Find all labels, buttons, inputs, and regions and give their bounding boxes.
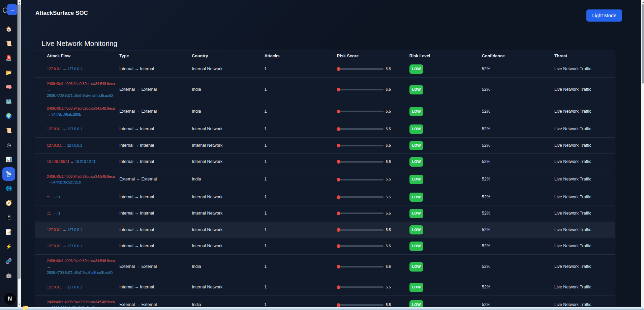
sidebar-item-bar-chart[interactable]: 📊 xyxy=(0,155,18,164)
risk-score-bar xyxy=(337,128,384,130)
risk-level-badge: LOW xyxy=(409,242,424,251)
attack-flow-cell: 127.0.0.1 → 127.0.0.1 xyxy=(35,121,108,138)
table-row[interactable]: 127.0.0.1 → 127.0.0.1Internal → Internal… xyxy=(35,222,615,238)
threat-cell: Live Network Traffic xyxy=(543,279,615,296)
confidence-cell: 52% xyxy=(470,154,543,170)
lightning-icon: ⚡ xyxy=(6,244,12,250)
sidebar-scrollbar-thumb[interactable] xyxy=(18,4,21,279)
sidebar-collapse-button[interactable]: → xyxy=(7,4,17,15)
risk-score-fill-dot xyxy=(337,228,340,232)
threat-cell: Live Network Traffic xyxy=(543,170,615,189)
table-row[interactable]: 2409:40c1:4008:94a0:39bc:da34:548:9eca →… xyxy=(35,254,615,279)
risk-score-cell: 5.5 xyxy=(325,238,398,255)
horizontal-scrollbar[interactable] xyxy=(0,307,644,310)
source-ip: 2409:40c1:4008:94a0:39bc:da34:548:9eca xyxy=(47,174,115,178)
sidebar-item-brain[interactable]: 🧠 xyxy=(0,82,18,92)
n-logo-avatar[interactable]: N xyxy=(3,292,17,305)
earth-globe-icon: 🌍 xyxy=(6,113,12,119)
sidebar-item-timer[interactable]: ◷ xyxy=(0,140,18,150)
table-row[interactable]: 127.0.0.1 → 127.0.0.1Internal → Internal… xyxy=(35,238,615,255)
table-row[interactable]: 127.0.0.1 → 127.0.0.1Internal → Internal… xyxy=(35,121,615,138)
dna-icon: 🧬 xyxy=(6,258,12,264)
type-cell: Internal → Internal xyxy=(108,279,180,296)
column-header-attacks: Attacks xyxy=(252,51,325,61)
sidebar-item-compass[interactable]: 🧭 xyxy=(0,198,18,208)
source-ip: 127.0.0.1 xyxy=(47,244,62,248)
risk-score-bar xyxy=(337,68,384,70)
sidebar: → 🏠📜🚨📂🧠🗺️🌍📜◷📊📡🌐🧭📱📝⚡🧬🤖 N xyxy=(0,0,18,310)
table-row[interactable]: 127.0.0.1 → 127.0.0.1Internal → Internal… xyxy=(35,279,615,296)
column-header-threat: Threat xyxy=(543,51,615,61)
risk-score-bar xyxy=(337,266,384,267)
source-ip: 127.0.0.1 xyxy=(47,285,62,289)
type-cell: Internal → Internal xyxy=(108,238,180,255)
sidebar-item-robot[interactable]: 🤖 xyxy=(0,271,18,280)
sidebar-item-scroll[interactable]: 📜 xyxy=(0,39,18,48)
table-row[interactable]: 2409:40c1:4008:94a0:39bc:da34:548:9eca →… xyxy=(35,77,615,102)
sidebar-item-siren[interactable]: 🚨 xyxy=(0,53,18,63)
risk-score-fill-dot xyxy=(337,285,340,289)
risk-score-value: 5.5 xyxy=(386,194,391,200)
live-monitoring-table-card: Attack FlowTypeCountryAttacksRisk ScoreR… xyxy=(35,51,615,310)
flow-arrow-icon: → xyxy=(63,285,66,289)
risk-score-value: 5.5 xyxy=(386,227,391,233)
attacks-cell: 1 xyxy=(252,189,325,205)
scroll-up-icon[interactable]: ▲ xyxy=(641,0,644,4)
sidebar-item-mobile-phone[interactable]: 📱 xyxy=(0,213,18,222)
risk-score-value: 5.5 xyxy=(386,109,391,115)
risk-score-value: 5.5 xyxy=(386,210,391,217)
table-row[interactable]: 127.0.0.1 → 127.0.0.1Internal → Internal… xyxy=(35,137,615,154)
sidebar-item-earth-globe[interactable]: 🌍 xyxy=(0,111,18,121)
light-mode-button[interactable]: Light Mode xyxy=(586,9,622,22)
world-map-icon: 🗺️ xyxy=(6,98,12,105)
column-header-risk-score: Risk Score xyxy=(325,51,398,61)
threat-cell: Live Network Traffic xyxy=(543,189,615,205)
confidence-cell: 52% xyxy=(470,222,543,238)
table-row[interactable]: 127.0.0.1 → 127.0.0.1Internal → Internal… xyxy=(35,61,615,78)
sidebar-item-dna[interactable]: 🧬 xyxy=(0,256,18,266)
sidebar-item-satellite[interactable]: 📡 xyxy=(0,169,18,179)
threat-cell: Live Network Traffic xyxy=(543,222,615,238)
attacks-cell: 1 xyxy=(252,254,325,279)
table-row[interactable]: ::1 → ::1Internal → InternalInternal Net… xyxy=(35,189,615,205)
attack-flow-cell: 2409:40c1:4008:94a0:39bc:da34:548:9eca →… xyxy=(35,254,108,279)
sidebar-item-lightning[interactable]: ⚡ xyxy=(0,242,18,251)
risk-score-fill-dot xyxy=(337,195,340,199)
type-cell: External → External xyxy=(108,254,180,279)
scroll-up-icon[interactable]: ▲ xyxy=(18,0,21,4)
page-scrollbar-thumb[interactable] xyxy=(642,4,644,84)
sidebar-item-home[interactable]: 🏠 xyxy=(0,24,18,34)
risk-score-fill-dot xyxy=(337,244,340,248)
destination-ip: 127.0.0.1 xyxy=(67,228,82,232)
threat-cell: Live Network Traffic xyxy=(543,154,615,170)
sidebar-item-globe-meridians[interactable]: 🌐 xyxy=(0,184,18,193)
sidebar-item-folder[interactable]: 📂 xyxy=(0,68,18,77)
threat-cell: Live Network Traffic xyxy=(543,121,615,138)
flow-arrow-icon: → xyxy=(63,244,66,248)
column-header-risk-level: Risk Level xyxy=(398,51,470,61)
table-row[interactable]: 2409:40c1:4008:94a0:39bc:da34:548:9eca →… xyxy=(35,102,615,121)
sidebar-item-world-map[interactable]: 🗺️ xyxy=(0,97,18,106)
country-cell: India xyxy=(180,102,252,121)
type-cell: Internal → Internal xyxy=(108,137,180,154)
table-row[interactable]: 2409:40c1:4008:94a0:39bc:da34:548:9eca →… xyxy=(35,170,615,189)
sidebar-scrollbar[interactable]: ▲ ▼ xyxy=(18,0,21,310)
risk-score-value: 5.5 xyxy=(386,143,391,149)
flow-arrow-icon: → xyxy=(63,228,66,232)
table-header-row: Attack FlowTypeCountryAttacksRisk ScoreR… xyxy=(35,51,615,61)
page-scrollbar[interactable]: ▲ xyxy=(641,0,644,310)
risk-score-bar xyxy=(337,304,384,306)
robot-icon: 🤖 xyxy=(6,273,12,279)
sidebar-item-memo[interactable]: 📝 xyxy=(0,227,18,237)
scroll-down-icon[interactable]: ▼ xyxy=(18,303,21,306)
table-row[interactable]: ::1 → ::1Internal → InternalInternal Net… xyxy=(35,205,615,222)
risk-score-bar xyxy=(337,196,384,198)
satellite-icon: 📡 xyxy=(6,171,12,177)
source-ip: 2409:40c1:4008:94a0:39bc:da34:548:9eca xyxy=(47,82,115,86)
sidebar-item-scroll-2[interactable]: 📜 xyxy=(0,126,18,135)
table-row[interactable]: 10.146.186.11 → 10.213.12.11Internal → I… xyxy=(35,154,615,170)
risk-score-fill-dot xyxy=(337,265,340,269)
attack-flow-cell: 127.0.0.1 → 127.0.0.1 xyxy=(35,279,108,296)
risk-score-bar xyxy=(337,111,384,112)
threat-cell: Live Network Traffic xyxy=(543,137,615,154)
